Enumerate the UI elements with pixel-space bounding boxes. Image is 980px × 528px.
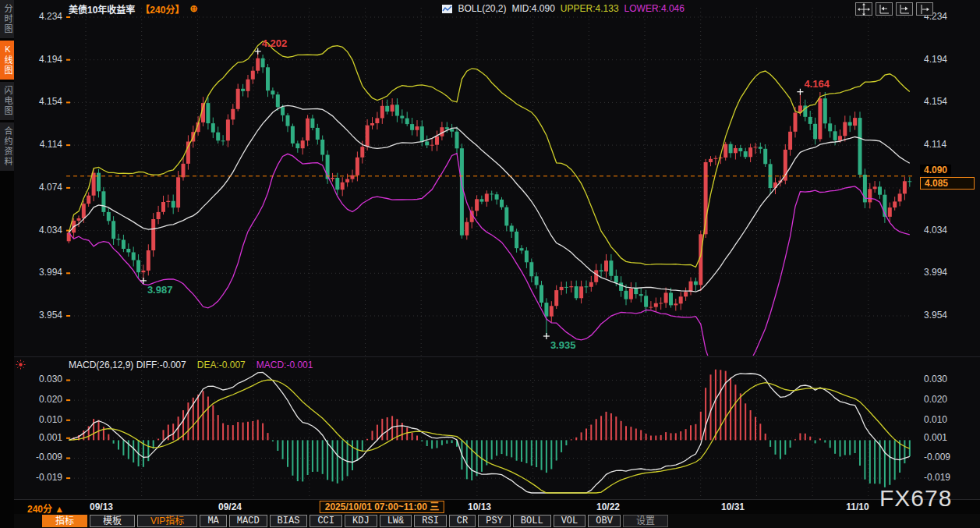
watermark-logo: FX678 xyxy=(879,485,952,512)
macd-tick-left: -0.019 xyxy=(17,472,62,483)
instrument-title: 美债10年收益率 xyxy=(69,2,135,16)
date-tick-label: 11/10 xyxy=(846,501,869,512)
toolbar-item-kdj[interactable]: KDJ xyxy=(345,515,377,527)
indicator-toolbar: 指标模板VIP指标MAMACDBIASCCIKDJLW&RSICRPSYBOLL… xyxy=(0,514,980,528)
toolbar-item-obv[interactable]: OBV xyxy=(588,515,621,527)
view-controls xyxy=(855,2,933,16)
expand-right-icon[interactable] xyxy=(896,2,913,16)
macd-tick-right: -0.019 xyxy=(924,472,969,483)
sidebar-tab-3[interactable]: 闪电图 xyxy=(0,82,14,120)
boll-label: BOLL(20,2) xyxy=(458,3,506,14)
time-axis: 240分 ▲ 09/1309/242025/10/01 07:00~11:00 … xyxy=(0,499,980,514)
price-tick-right: 4.114 xyxy=(924,139,969,150)
macd-tick-right: -0.009 xyxy=(924,452,969,462)
svg-text:4.202: 4.202 xyxy=(262,37,288,49)
svg-text:3.935: 3.935 xyxy=(550,339,576,351)
macd-tick-left: 0.020 xyxy=(17,394,62,405)
macd-tick-right: 0.030 xyxy=(924,374,969,384)
last-price-badge: 4.085 xyxy=(920,177,975,190)
boll-mid-badge: 4.090 xyxy=(920,165,951,175)
toolbar-item-lw&[interactable]: LW& xyxy=(380,515,412,527)
price-tick-right: 3.994 xyxy=(924,267,969,278)
macd-tick-left: 0.010 xyxy=(17,414,62,425)
toolbar-item-cr[interactable]: CR xyxy=(449,515,476,527)
date-tick-label: 10/22 xyxy=(596,501,620,512)
svg-text:4.164: 4.164 xyxy=(804,78,830,90)
trading-app: 分时图K线图闪电图合约资料 美债10年收益率 【240分】 ⊕ BOLL(20,… xyxy=(0,0,980,528)
macd-diff-value: MACD(26,12,9) DIFF:-0.007 xyxy=(69,360,186,370)
indicator-chart-icon[interactable] xyxy=(442,5,452,13)
price-tick-left: 4.234 xyxy=(17,11,62,22)
boll-upper-value: UPPER:4.133 xyxy=(561,3,619,14)
toolbar-item-psy[interactable]: PSY xyxy=(478,515,511,527)
sidebar: 分时图K线图闪电图合约资料 xyxy=(0,0,14,528)
panel-separator xyxy=(14,356,980,357)
toolbar-item-指标[interactable]: 指标 xyxy=(42,515,87,527)
macd-tick-right: 0.001 xyxy=(924,432,969,443)
macd-tick-right: 0.020 xyxy=(924,394,969,405)
kline-chart[interactable]: 4.2023.9874.1643.935 xyxy=(66,8,912,356)
price-tick-left: 3.954 xyxy=(17,310,62,321)
price-tick-left: 4.034 xyxy=(17,225,62,236)
price-tick-left: 4.074 xyxy=(17,182,62,193)
toolbar-item-cci[interactable]: CCI xyxy=(310,515,342,527)
macd-tick-left: 0.030 xyxy=(17,374,62,384)
plus-circle-icon[interactable]: ⊕ xyxy=(189,3,197,14)
toolbar-item-boll[interactable]: BOLL xyxy=(513,515,551,527)
sidebar-tab-2[interactable]: K线图 xyxy=(0,41,14,80)
macd-tick-left: 0.001 xyxy=(17,432,62,443)
price-tick-right: 4.154 xyxy=(924,96,969,107)
price-tick-right: 3.954 xyxy=(924,310,969,321)
macd-chart[interactable] xyxy=(66,359,912,496)
macd-dea-value: DEA:-0.007 xyxy=(197,360,246,370)
toolbar-item-bias[interactable]: BIAS xyxy=(270,515,308,527)
boll-lower-value: LOWER:4.046 xyxy=(624,3,685,14)
selected-candle-time: 2025/10/01 07:00~11:00 三 xyxy=(320,501,444,513)
toolbar-item-macd[interactable]: MACD xyxy=(229,515,267,527)
date-tick-label: 09/13 xyxy=(90,501,113,512)
price-tick-right: 4.034 xyxy=(924,225,969,236)
date-tick-label: 09/24 xyxy=(218,501,242,512)
price-tick-left: 4.114 xyxy=(17,139,62,150)
toolbar-item-ma[interactable]: MA xyxy=(200,515,226,527)
svg-text:3.987: 3.987 xyxy=(147,284,173,296)
boll-mid-value: MID:4.090 xyxy=(512,3,555,14)
price-tick-right: 4.194 xyxy=(924,54,969,65)
chart-header: 美债10年收益率 【240分】 ⊕ BOLL(20,2) MID:4.090 U… xyxy=(69,2,685,15)
period-label[interactable]: 【240分】 xyxy=(140,2,184,16)
price-tick-left: 3.994 xyxy=(17,267,62,278)
macd-header: MACD(26,12,9) DIFF:-0.007 DEA:-0.007 MAC… xyxy=(69,360,313,370)
sidebar-tab-1[interactable]: 分时图 xyxy=(0,0,14,38)
toolbar-item-设置[interactable]: 设置 xyxy=(623,515,668,527)
price-tick-left: 4.194 xyxy=(17,54,62,65)
indicator-settings-icon[interactable] xyxy=(15,359,27,374)
pan-icon[interactable] xyxy=(855,2,872,16)
toolbar-item-模板[interactable]: 模板 xyxy=(90,515,135,527)
macd-tick-left: -0.009 xyxy=(17,452,62,462)
date-tick-label: 10/13 xyxy=(468,501,491,512)
toolbar-item-vip指标[interactable]: VIP指标 xyxy=(137,515,197,527)
sidebar-tab-4[interactable]: 合约资料 xyxy=(0,122,14,171)
compress-left-icon[interactable] xyxy=(876,2,893,16)
macd-bar-value: MACD:-0.001 xyxy=(256,360,313,370)
date-tick-label: 10/31 xyxy=(721,501,745,512)
period-selector[interactable]: 240分 ▲ xyxy=(27,501,64,515)
macd-tick-right: 0.010 xyxy=(924,414,969,425)
price-tick-left: 4.154 xyxy=(17,96,62,107)
shift-right-icon[interactable] xyxy=(916,2,933,16)
toolbar-item-vol[interactable]: VOL xyxy=(554,515,586,527)
toolbar-item-rsi[interactable]: RSI xyxy=(414,515,447,527)
